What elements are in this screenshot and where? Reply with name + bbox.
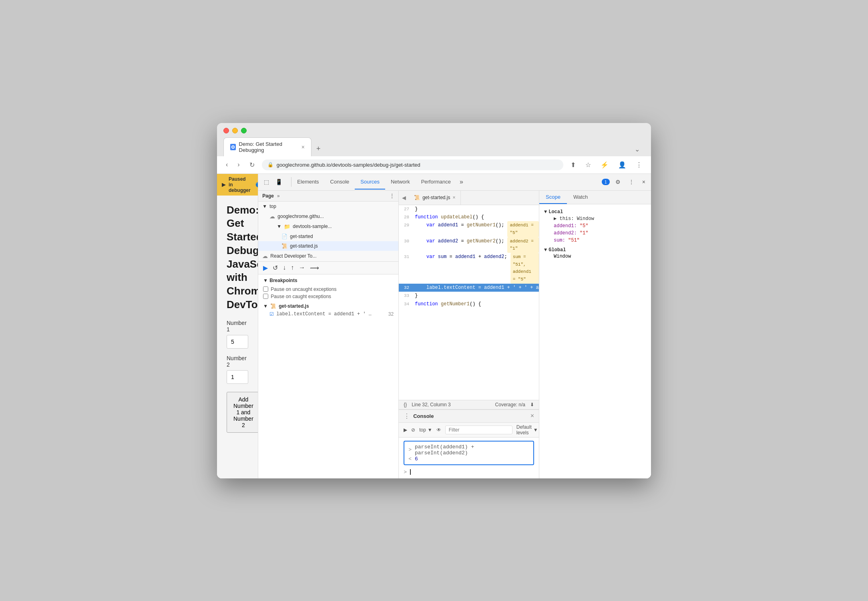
code-editor: ◀ 📜 get-started.js × 27 } bbox=[399, 191, 539, 478]
bp-code-snippet: label.textContent = addend1 + ' … bbox=[276, 311, 372, 317]
code-line-31: 31 var sum = addend1 + addend2; sum = "5… bbox=[399, 253, 539, 284]
inline-val-addend1: addend1 = "5" bbox=[507, 221, 539, 237]
code-tab-label: get-started.js bbox=[422, 195, 450, 200]
step-button[interactable]: → bbox=[299, 264, 305, 271]
console-input-line[interactable]: > bbox=[404, 468, 534, 475]
tab-console[interactable]: Console bbox=[325, 175, 355, 190]
tab-network[interactable]: Network bbox=[385, 175, 416, 190]
refresh-button[interactable]: ↻ bbox=[247, 159, 257, 170]
sidebar-more-button[interactable]: » bbox=[277, 193, 280, 199]
address-bar[interactable]: 🔒 googlechrome.github.io/devtools-sample… bbox=[262, 159, 563, 170]
scope-this-arrow: ▶ bbox=[554, 216, 557, 222]
extension-button[interactable]: ⚡ bbox=[598, 159, 611, 170]
new-tab-button[interactable]: + bbox=[311, 141, 326, 156]
step-into-button[interactable]: ↓ bbox=[283, 264, 286, 271]
eye-icon[interactable]: 👁 bbox=[436, 427, 441, 433]
main-content: ▶ Paused in debugger 🔵 ⏸ Demo: Get Start… bbox=[217, 174, 651, 478]
file-tree-item-googlechrome[interactable]: ☁ googlechrome.githu... bbox=[258, 211, 398, 222]
file-tree-item-get-started-js[interactable]: 📜 get-started.js bbox=[258, 241, 398, 251]
tab-performance[interactable]: Performance bbox=[416, 175, 456, 190]
file-label-top: top bbox=[269, 204, 276, 209]
back-button[interactable]: ‹ bbox=[223, 159, 230, 170]
bp-file-collapse-icon: ▼ bbox=[263, 303, 268, 309]
run-script-button[interactable]: ▶ bbox=[404, 427, 407, 433]
scope-this-label: this: Window bbox=[559, 216, 594, 222]
file-tree-item-react[interactable]: ☁ React Developer To... bbox=[258, 251, 398, 261]
tab-sources[interactable]: Sources bbox=[355, 175, 385, 190]
coverage-collapse-icon: ⬇ bbox=[530, 402, 534, 407]
more-options-button[interactable]: ⋮ bbox=[626, 177, 637, 187]
default-levels-selector[interactable]: Default levels ▼ bbox=[516, 424, 538, 436]
file-tree-item-top[interactable]: ▼ top bbox=[258, 202, 398, 211]
breakpoints-header[interactable]: ▼ Breakpoints bbox=[263, 278, 394, 283]
sidebar-menu-button[interactable]: ⋮ bbox=[390, 193, 394, 199]
pause-caught-label: Pause on caught exceptions bbox=[271, 294, 331, 299]
profile-button[interactable]: 👤 bbox=[616, 159, 629, 170]
share-button[interactable]: ⬆ bbox=[568, 159, 578, 170]
pause-uncaught-checkbox[interactable] bbox=[263, 286, 268, 292]
more-tabs-button[interactable]: » bbox=[456, 178, 466, 186]
scope-this: ▶ this: Window bbox=[544, 215, 646, 222]
code-tab-get-started-js[interactable]: 📜 get-started.js × bbox=[409, 191, 460, 205]
scope-addend1-val: "5" bbox=[580, 223, 589, 229]
status-line-info: Line 32, Column 3 bbox=[412, 402, 450, 407]
clear-console-button[interactable]: ⊘ bbox=[411, 427, 415, 433]
browser-menu-button[interactable]: ⋮ bbox=[633, 159, 645, 170]
pause-uncaught-item: Pause on uncaught exceptions bbox=[263, 286, 394, 293]
code-tab-close[interactable]: × bbox=[453, 195, 456, 200]
traffic-lights bbox=[223, 128, 645, 133]
settings-button[interactable]: ⚙ bbox=[613, 177, 623, 187]
file-tree-item-get-started[interactable]: 📄 get-started bbox=[258, 232, 398, 241]
number1-input[interactable] bbox=[227, 335, 248, 349]
step-over-button[interactable]: ↺ bbox=[273, 264, 278, 272]
status-bar: {} Line 32, Column 3 Coverage: n/a ⬇ bbox=[399, 400, 539, 409]
device-toolbar-button[interactable]: 📱 bbox=[273, 177, 285, 187]
browser-tab[interactable]: Demo: Get Started Debugging × bbox=[223, 137, 311, 156]
js-file-icon: 📜 bbox=[281, 243, 287, 249]
close-console-button[interactable]: × bbox=[530, 412, 534, 419]
top-context-selector[interactable]: top ▼ bbox=[419, 427, 432, 433]
deactivate-breakpoints-button[interactable]: ⟿ bbox=[310, 264, 319, 272]
console-entry-box: > parseInt(addend1) + parseInt(addend2) … bbox=[404, 441, 534, 465]
console-drag-icon: ⋮ bbox=[404, 412, 410, 420]
bookmark-button[interactable]: ☆ bbox=[583, 159, 593, 170]
pause-caught-checkbox[interactable] bbox=[263, 294, 268, 299]
prev-file-button[interactable]: ◀ bbox=[402, 195, 409, 201]
bp-line-item: ☑ label.textContent = addend1 + ' … 32 bbox=[263, 311, 394, 318]
inspect-element-button[interactable]: ⬚ bbox=[261, 177, 271, 187]
input-prompt: > bbox=[408, 447, 412, 453]
tab-bar: Demo: Get Started Debugging × + ⌄ bbox=[223, 137, 645, 156]
paused-icon: ▶ bbox=[222, 182, 225, 188]
forward-button[interactable]: › bbox=[235, 159, 242, 170]
close-button[interactable] bbox=[223, 128, 229, 133]
bp-check-icon[interactable]: ☑ bbox=[269, 311, 274, 317]
code-line-29: 29 var addend1 = getNumber1(); addend1 =… bbox=[399, 221, 539, 237]
minimize-button[interactable] bbox=[232, 128, 238, 133]
close-devtools-button[interactable]: × bbox=[640, 177, 648, 187]
html-file-icon: 📄 bbox=[281, 234, 287, 239]
sidebar-header-label: Page bbox=[262, 193, 274, 199]
maximize-button[interactable] bbox=[241, 128, 247, 133]
global-scope-header[interactable]: ▼ Global bbox=[544, 247, 646, 253]
step-out-button[interactable]: ↑ bbox=[291, 264, 294, 271]
tab-list-button[interactable]: ⌄ bbox=[630, 142, 645, 156]
console-filter-input[interactable] bbox=[445, 426, 512, 434]
top-arrow-icon: ▼ bbox=[262, 204, 267, 209]
lock-icon: 🔒 bbox=[267, 162, 273, 167]
webpage-title: Demo: Get Started Debugging JavaScript w… bbox=[227, 204, 248, 312]
add-numbers-button[interactable]: Add Number 1 and Number 2 bbox=[227, 392, 258, 433]
tab-scope[interactable]: Scope bbox=[539, 191, 567, 204]
local-scope-header[interactable]: ▼ Local bbox=[544, 209, 646, 215]
resume-button[interactable]: ▶ bbox=[263, 264, 268, 272]
code-tab-icon: 📜 bbox=[414, 195, 420, 200]
tab-watch[interactable]: Watch bbox=[567, 191, 594, 204]
tab-elements[interactable]: Elements bbox=[291, 175, 324, 190]
tab-close-button[interactable]: × bbox=[301, 144, 305, 150]
bp-collapse-icon: ▼ bbox=[263, 278, 268, 283]
console-cursor bbox=[410, 469, 411, 475]
address-text: googlechrome.github.io/devtools-samples/… bbox=[277, 162, 420, 168]
issues-badge[interactable]: 1 bbox=[602, 179, 610, 185]
bp-file-header[interactable]: ▼ 📜 get-started.js bbox=[263, 303, 394, 309]
number2-input[interactable] bbox=[227, 370, 248, 384]
file-tree-item-devtools-samples[interactable]: ▼ 📁 devtools-sample... bbox=[258, 222, 398, 232]
